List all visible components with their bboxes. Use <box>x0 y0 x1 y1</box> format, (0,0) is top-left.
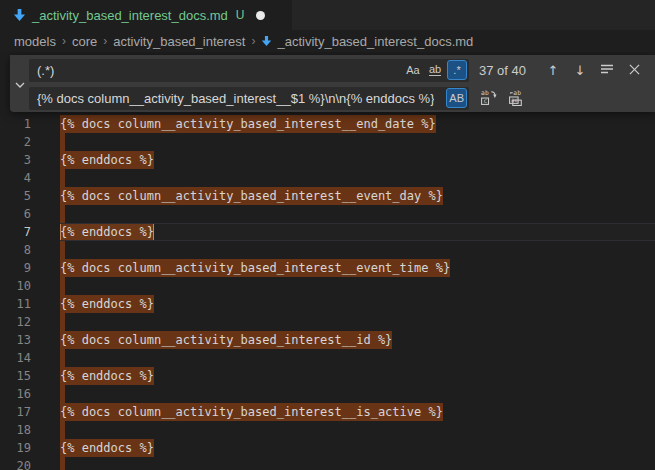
code-line-19[interactable]: 19{% enddocs %} <box>0 439 655 457</box>
svg-text:ab: ab <box>481 89 489 97</box>
line-number[interactable]: 1 <box>0 115 31 133</box>
code-line-12[interactable]: 12 <box>0 313 655 331</box>
regex-toggle[interactable]: .* <box>447 60 467 80</box>
code-line-8[interactable]: 8 <box>0 241 655 259</box>
code-line-2[interactable]: 2 <box>0 133 655 151</box>
code-line-6[interactable]: 6 <box>0 205 655 223</box>
code-line-4[interactable]: 4 <box>0 169 655 187</box>
toggle-replace-button[interactable] <box>10 55 29 112</box>
code-line-1[interactable]: 1{% docs column__activity_based_interest… <box>0 115 655 133</box>
find-match-empty <box>60 277 65 295</box>
find-match-empty <box>60 169 65 187</box>
line-content: {% enddocs %} <box>60 367 154 385</box>
code-line-18[interactable]: 18 <box>0 421 655 439</box>
code-line-13[interactable]: 13{% docs column__activity_based_interes… <box>0 331 655 349</box>
preserve-case-toggle[interactable]: AB <box>446 88 467 108</box>
breadcrumb-item-models[interactable]: models <box>14 34 56 49</box>
editor-pane: (.*) Aa ab .* 37 of 40 <box>0 52 655 470</box>
breadcrumb-separator: › <box>103 34 107 48</box>
breadcrumb-item-file[interactable]: _activity_based_interest_docs.md <box>261 34 473 49</box>
line-content: {% enddocs %} <box>60 151 154 169</box>
line-number[interactable]: 3 <box>0 151 31 169</box>
find-input[interactable]: (.*) Aa ab .* <box>29 59 469 82</box>
close-find-button[interactable] <box>623 60 645 82</box>
line-number[interactable]: 18 <box>0 421 31 439</box>
replace-all-button[interactable]: ab ac <box>505 88 527 110</box>
line-number[interactable]: 19 <box>0 439 31 457</box>
line-number[interactable]: 20 <box>0 457 31 470</box>
find-match: {% docs column__activity_based_interest_… <box>60 187 443 205</box>
line-number[interactable]: 15 <box>0 367 31 385</box>
line-number[interactable]: 7 <box>0 223 31 241</box>
previous-match-button[interactable]: ↑ <box>542 60 564 82</box>
line-content <box>60 457 65 470</box>
whole-word-label: ab <box>429 64 441 76</box>
line-content <box>60 313 65 331</box>
breadcrumb-separator: › <box>62 34 66 48</box>
breadcrumb-item-core[interactable]: core <box>72 34 97 49</box>
code-line-16[interactable]: 16 <box>0 385 655 403</box>
arrow-up-icon: ↑ <box>548 63 559 78</box>
chevron-down-icon <box>15 75 25 93</box>
code-line-17[interactable]: 17{% docs column__activity_based_interes… <box>0 403 655 421</box>
line-content <box>60 169 65 187</box>
match-case-toggle[interactable]: Aa <box>403 60 423 80</box>
line-content <box>60 241 65 259</box>
find-match: {% docs column__activity_based_interest_… <box>60 115 436 133</box>
unsaved-changes-dot[interactable] <box>256 11 265 20</box>
code-line-9[interactable]: 9{% docs column__activity_based_interest… <box>0 259 655 277</box>
tab-bar: _activity_based_interest_docs.md U <box>0 0 655 30</box>
replace-one-button[interactable]: ab c <box>477 88 499 110</box>
line-number[interactable]: 12 <box>0 313 31 331</box>
code-line-7[interactable]: 7{% enddocs %} <box>0 223 655 241</box>
replace-icon: ab c <box>480 89 497 109</box>
line-number[interactable]: 13 <box>0 331 31 349</box>
find-match: {% docs column__activity_based_interest_… <box>60 259 450 277</box>
code-line-10[interactable]: 10 <box>0 277 655 295</box>
whole-word-toggle[interactable]: ab <box>425 60 445 80</box>
breadcrumb: models › core › activity_based_interest … <box>0 30 655 52</box>
find-match-empty <box>60 385 65 403</box>
line-number[interactable]: 14 <box>0 349 31 367</box>
close-icon <box>629 63 640 78</box>
tab-activity-based-interest-docs[interactable]: _activity_based_interest_docs.md U <box>0 0 292 30</box>
line-number[interactable]: 6 <box>0 205 31 223</box>
find-match-empty <box>60 457 65 470</box>
arrow-down-icon: ↓ <box>575 63 586 78</box>
next-match-button[interactable]: ↓ <box>569 60 591 82</box>
find-in-selection-button[interactable] <box>596 60 618 82</box>
line-content: {% docs column__activity_based_interest_… <box>60 115 436 133</box>
line-number[interactable]: 17 <box>0 403 31 421</box>
line-number[interactable]: 2 <box>0 133 31 151</box>
git-status-badge: U <box>236 8 245 22</box>
find-match-empty <box>60 241 65 259</box>
breadcrumb-item-activity-based-interest[interactable]: activity_based_interest <box>113 34 245 49</box>
match-count: 37 of 40 <box>479 63 526 78</box>
code-line-5[interactable]: 5{% docs column__activity_based_interest… <box>0 187 655 205</box>
selection-lines-icon <box>600 63 614 78</box>
code-line-20[interactable]: 20 <box>0 457 655 470</box>
code-line-14[interactable]: 14 <box>0 349 655 367</box>
replace-input[interactable]: {% docs column__activity_based_interest_… <box>29 87 469 110</box>
code-line-11[interactable]: 11{% enddocs %} <box>0 295 655 313</box>
preserve-case-label: AB <box>449 92 464 104</box>
find-match-empty <box>60 421 65 439</box>
line-number[interactable]: 9 <box>0 259 31 277</box>
code-line-15[interactable]: 15{% enddocs %} <box>0 367 655 385</box>
svg-text:ab: ab <box>513 89 521 97</box>
find-match: {% docs column__activity_based_interest_… <box>60 331 392 349</box>
match-case-label: Aa <box>406 64 419 76</box>
tab-title: _activity_based_interest_docs.md <box>32 8 228 23</box>
find-match-empty <box>60 349 65 367</box>
line-number[interactable]: 16 <box>0 385 31 403</box>
line-number[interactable]: 5 <box>0 187 31 205</box>
line-number[interactable]: 4 <box>0 169 31 187</box>
line-content <box>60 421 65 439</box>
markdown-file-icon <box>13 8 26 22</box>
line-number[interactable]: 8 <box>0 241 31 259</box>
code-line-3[interactable]: 3{% enddocs %} <box>0 151 655 169</box>
line-content: {% docs column__activity_based_interest_… <box>60 259 450 277</box>
line-number[interactable]: 10 <box>0 277 31 295</box>
line-number[interactable]: 11 <box>0 295 31 313</box>
breadcrumb-file-label: _activity_based_interest_docs.md <box>277 34 473 49</box>
